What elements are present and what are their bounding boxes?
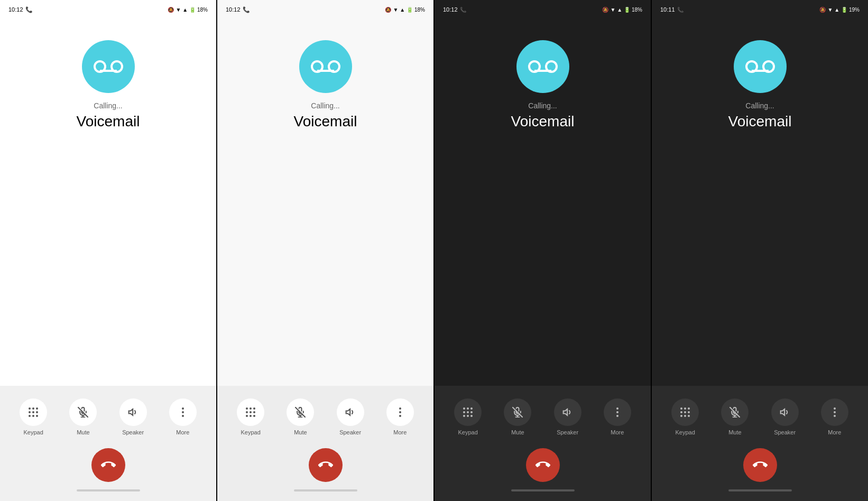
keypad-label-3: Keypad (458, 429, 477, 435)
wifi-icon-1: ▼ (176, 7, 181, 13)
notification-icon-1: 🔕 (168, 7, 174, 13)
keypad-btn-1[interactable] (20, 398, 47, 426)
end-call-icon-1 (101, 458, 116, 472)
status-right-4: 🔕 ▼ ▲ 🔋 19% (819, 7, 860, 13)
mute-action-1[interactable]: Mute (69, 398, 97, 435)
mute-icon-2 (295, 407, 306, 418)
svg-marker-6 (128, 409, 133, 415)
end-call-container-1 (0, 440, 216, 486)
call-content-3: Calling... Voicemail (435, 19, 651, 386)
home-bar-4 (728, 489, 792, 491)
speaker-action-4[interactable]: Speaker (771, 398, 799, 435)
mute-icon-3 (512, 407, 523, 418)
keypad-action-1[interactable]: Keypad (20, 398, 47, 435)
avatar-3 (516, 40, 569, 93)
end-call-container-4 (652, 440, 868, 486)
speaker-btn-1[interactable] (119, 398, 147, 426)
signal-icon-2: ▲ (400, 7, 405, 13)
calling-text-3: Calling... (528, 101, 557, 110)
keypad-label-2: Keypad (241, 429, 260, 435)
keypad-action-2[interactable]: Keypad (237, 398, 264, 435)
action-buttons-1: Keypad Mute (0, 394, 216, 440)
mute-btn-4[interactable] (721, 398, 749, 426)
voicemail-svg-3 (528, 58, 558, 75)
end-call-btn-4[interactable] (743, 448, 777, 482)
more-icon-3 (616, 407, 618, 417)
bottom-controls-4: Keypad Mute (652, 386, 868, 501)
end-call-icon-3 (535, 458, 550, 472)
svg-rect-9 (317, 70, 334, 72)
time-3: 10:12 (443, 6, 458, 13)
more-icon-2 (399, 407, 401, 417)
home-bar-3 (511, 489, 575, 491)
end-call-btn-1[interactable] (91, 448, 125, 482)
speaker-icon-3 (562, 407, 573, 418)
mute-icon-4 (730, 407, 740, 418)
speaker-btn-3[interactable] (554, 398, 581, 426)
status-right-1: 🔕 ▼ ▲ 🔋 18% (168, 7, 208, 13)
mute-action-4[interactable]: Mute (721, 398, 749, 435)
more-action-4[interactable]: More (821, 398, 848, 435)
keypad-action-4[interactable]: Keypad (671, 398, 699, 435)
speaker-action-1[interactable]: Speaker (119, 398, 147, 435)
notification-icon-2: 🔕 (385, 7, 391, 13)
speaker-label-3: Speaker (557, 429, 578, 435)
phone-screen-1: 10:12 📞 🔕 ▼ ▲ 🔋 18% Calling... Voicemail (0, 0, 216, 501)
voicemail-svg-2 (311, 58, 340, 75)
battery-icon-1: 🔋 18% (189, 7, 208, 13)
more-action-1[interactable]: More (169, 398, 197, 435)
mute-label-3: Mute (511, 429, 524, 435)
keypad-action-3[interactable]: Keypad (454, 398, 482, 435)
status-right-2: 🔕 ▼ ▲ 🔋 18% (385, 7, 425, 13)
status-bar-2: 10:12 📞 🔕 ▼ ▲ 🔋 18% (217, 0, 433, 19)
mute-action-3[interactable]: Mute (504, 398, 531, 435)
speaker-btn-4[interactable] (771, 398, 799, 426)
mute-label-1: Mute (77, 429, 89, 435)
end-call-container-3 (435, 440, 651, 486)
bottom-controls-1: Keypad Mute (0, 386, 216, 501)
mute-btn-3[interactable] (504, 398, 531, 426)
signal-icon-4: ▲ (834, 7, 839, 13)
battery-icon-2: 🔋 18% (407, 7, 425, 13)
speaker-label-1: Speaker (122, 429, 144, 435)
contact-name-2: Voicemail (294, 113, 357, 130)
action-buttons-2: Keypad Mute (217, 394, 433, 440)
mute-label-2: Mute (294, 429, 307, 435)
keypad-btn-3[interactable] (454, 398, 482, 426)
avatar-1 (82, 40, 135, 93)
status-right-3: 🔕 ▼ ▲ 🔋 18% (602, 7, 642, 13)
speaker-action-2[interactable]: Speaker (337, 398, 364, 435)
phone-screen-2: 10:12 📞 🔕 ▼ ▲ 🔋 18% Calling... Voicemail (217, 0, 433, 501)
action-buttons-3: Keypad Mute (435, 394, 651, 440)
home-indicator-2 (217, 486, 433, 497)
more-btn-2[interactable] (386, 398, 414, 426)
voicemail-svg-4 (745, 58, 775, 75)
keypad-btn-4[interactable] (671, 398, 699, 426)
end-call-btn-2[interactable] (309, 448, 343, 482)
wifi-icon-2: ▼ (393, 7, 398, 13)
signal-icon-1: ▲ (182, 7, 188, 13)
speaker-btn-2[interactable] (337, 398, 364, 426)
more-btn-1[interactable] (169, 398, 197, 426)
more-btn-4[interactable] (821, 398, 848, 426)
svg-marker-13 (346, 409, 350, 415)
more-action-2[interactable]: More (386, 398, 414, 435)
time-4: 10:11 (660, 6, 675, 13)
calling-text-4: Calling... (745, 101, 774, 110)
time-2: 10:12 (226, 6, 241, 13)
mute-action-2[interactable]: Mute (287, 398, 314, 435)
speaker-label-2: Speaker (339, 429, 361, 435)
avatar-4 (734, 40, 787, 93)
calling-text-1: Calling... (94, 101, 122, 110)
end-call-btn-3[interactable] (526, 448, 560, 482)
mute-btn-2[interactable] (287, 398, 314, 426)
more-btn-3[interactable] (604, 398, 631, 426)
end-call-container-2 (217, 440, 433, 486)
keypad-label-1: Keypad (23, 429, 43, 435)
mute-btn-1[interactable] (69, 398, 97, 426)
more-action-3[interactable]: More (604, 398, 631, 435)
svg-rect-16 (534, 70, 551, 72)
speaker-action-3[interactable]: Speaker (554, 398, 581, 435)
speaker-icon-2 (345, 407, 356, 418)
keypad-btn-2[interactable] (237, 398, 264, 426)
